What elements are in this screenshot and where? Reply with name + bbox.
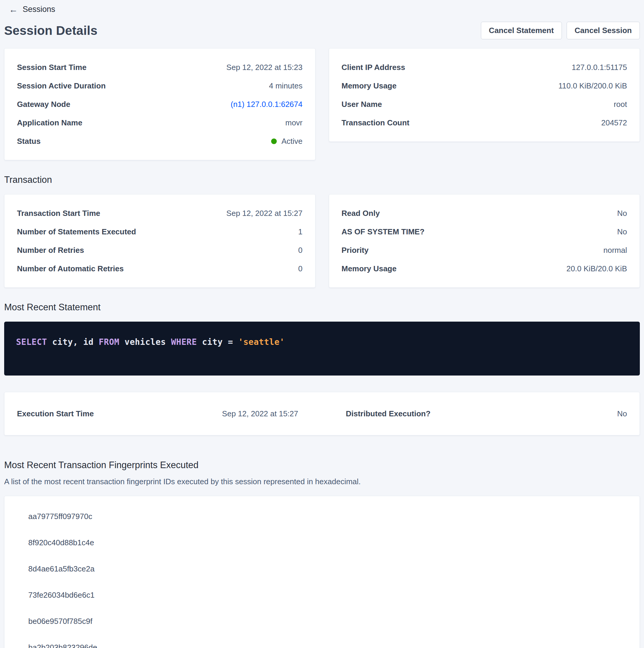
row-label: Session Active Duration <box>17 81 106 91</box>
row-value: Sep 12, 2022 at 15:27 <box>227 209 303 218</box>
row-value: 0 <box>298 246 302 255</box>
row-value: No <box>617 227 627 236</box>
row-label: Memory Usage <box>342 264 397 273</box>
transaction-right-card: Read Only No AS OF SYSTEM TIME? No Prior… <box>329 194 640 288</box>
list-item: 8d4ae61a5fb3ce2a <box>28 556 631 582</box>
list-item: aa79775ff097970c <box>28 503 631 530</box>
table-row: Session Active Duration 4 minutes <box>17 76 303 95</box>
fingerprints-section-description: A list of the most recent transaction fi… <box>4 477 640 486</box>
session-details-page: ← Sessions Session Details Cancel Statem… <box>0 0 644 648</box>
table-row: User Name root <box>342 95 627 113</box>
sql-token: city, id <box>47 337 99 347</box>
table-row: AS OF SYSTEM TIME? No <box>342 222 627 241</box>
table-row: Client IP Address 127.0.0.1:51175 <box>342 58 627 76</box>
sql-token: SELECT <box>16 337 47 347</box>
row-value: 1 <box>298 227 302 236</box>
table-row: Transaction Start Time Sep 12, 2022 at 1… <box>17 204 303 222</box>
row-value: 110.0 KiB/200.0 KiB <box>558 81 627 91</box>
status-active-dot-icon <box>271 139 277 144</box>
row-value: 4 minutes <box>269 81 303 91</box>
sql-token: vehicles <box>119 337 171 347</box>
table-row: Status Active <box>17 132 303 150</box>
table-row: Session Start Time Sep 12, 2022 at 15:23 <box>17 58 303 76</box>
row-value: No <box>617 209 627 218</box>
table-row: Execution Start Time Sep 12, 2022 at 15:… <box>17 409 298 418</box>
row-label: Priority <box>342 246 369 255</box>
row-value: 204572 <box>601 118 627 127</box>
row-value: 127.0.0.1:51175 <box>572 62 627 72</box>
row-label: Execution Start Time <box>17 409 94 418</box>
row-label: Application Name <box>17 118 82 127</box>
sql-token: city = <box>197 337 238 347</box>
row-value: Sep 12, 2022 at 15:23 <box>227 62 303 72</box>
row-label: Transaction Count <box>342 118 409 127</box>
session-summary-right-card: Client IP Address 127.0.0.1:51175 Memory… <box>329 48 640 142</box>
row-label: Status <box>17 137 41 146</box>
page-title: Session Details <box>4 23 97 38</box>
table-row: Priority normal <box>342 241 627 259</box>
row-label: Session Start Time <box>17 62 86 72</box>
table-row: Number of Automatic Retries 0 <box>17 259 303 278</box>
table-row: Transaction Count 204572 <box>342 113 627 132</box>
statement-section-heading: Most Recent Statement <box>4 302 640 313</box>
status-text: Active <box>282 137 303 146</box>
transaction-section-heading: Transaction <box>4 174 640 185</box>
status-badge: Active <box>271 137 303 146</box>
table-row: Application Name movr <box>17 113 303 132</box>
list-item: ba2b203b823296de <box>28 634 631 648</box>
row-value: Sep 12, 2022 at 15:27 <box>222 409 298 418</box>
table-row: Number of Retries 0 <box>17 241 303 259</box>
row-label: Client IP Address <box>342 62 405 72</box>
row-value: No <box>617 409 627 418</box>
execution-card: Execution Start Time Sep 12, 2022 at 15:… <box>4 392 640 435</box>
row-label: User Name <box>342 100 382 109</box>
header-actions: Cancel Statement Cancel Session <box>481 22 640 39</box>
row-value: root <box>613 100 627 109</box>
sql-statement-block: SELECT city, id FROM vehicles WHERE city… <box>4 322 640 376</box>
session-summary-left-card: Session Start Time Sep 12, 2022 at 15:23… <box>4 48 315 160</box>
list-item: be06e9570f785c9f <box>28 608 631 634</box>
back-arrow-icon: ← <box>9 5 18 14</box>
transaction-left-card: Transaction Start Time Sep 12, 2022 at 1… <box>4 194 315 288</box>
fingerprint-list: aa79775ff097970c 8f920c40d88b1c4e 8d4ae6… <box>13 503 631 648</box>
sql-token: WHERE <box>171 337 197 347</box>
session-summary-row: Session Start Time Sep 12, 2022 at 15:23… <box>4 48 640 160</box>
sql-token: 'seattle' <box>238 337 285 347</box>
table-row: Read Only No <box>342 204 627 222</box>
table-row: Distributed Execution? No <box>346 409 627 418</box>
table-row: Number of Statements Executed 1 <box>17 222 303 241</box>
row-label: Number of Retries <box>17 246 84 255</box>
cancel-session-button[interactable]: Cancel Session <box>567 22 640 39</box>
breadcrumb-label: Sessions <box>22 5 55 14</box>
row-value: 20.0 KiB/20.0 KiB <box>566 264 627 273</box>
page-header: Session Details Cancel Statement Cancel … <box>4 22 640 39</box>
row-label: AS OF SYSTEM TIME? <box>342 227 425 236</box>
list-item: 73fe26034bd6e6c1 <box>28 582 631 608</box>
row-value: 0 <box>298 264 302 273</box>
row-label: Number of Statements Executed <box>17 227 136 236</box>
sql-token: FROM <box>99 337 119 347</box>
transaction-cards-row: Transaction Start Time Sep 12, 2022 at 1… <box>4 194 640 288</box>
table-row: Gateway Node (n1) 127.0.0.1:62674 <box>17 95 303 113</box>
table-row: Memory Usage 20.0 KiB/20.0 KiB <box>342 259 627 278</box>
breadcrumb-back-sessions[interactable]: ← Sessions <box>4 3 55 14</box>
row-label: Memory Usage <box>342 81 397 91</box>
row-value: normal <box>603 246 627 255</box>
row-label: Read Only <box>342 209 380 218</box>
gateway-node-link[interactable]: (n1) 127.0.0.1:62674 <box>231 100 302 109</box>
row-label: Transaction Start Time <box>17 209 100 218</box>
row-label: Gateway Node <box>17 100 70 109</box>
cancel-statement-button[interactable]: Cancel Statement <box>481 22 562 39</box>
list-item: 8f920c40d88b1c4e <box>28 530 631 556</box>
table-row: Memory Usage 110.0 KiB/200.0 KiB <box>342 76 627 95</box>
row-label: Distributed Execution? <box>346 409 431 418</box>
row-label: Number of Automatic Retries <box>17 264 124 273</box>
row-value: movr <box>285 118 303 127</box>
fingerprints-section-heading: Most Recent Transaction Fingerprints Exe… <box>4 460 640 471</box>
fingerprints-card: aa79775ff097970c 8f920c40d88b1c4e 8d4ae6… <box>4 496 640 648</box>
